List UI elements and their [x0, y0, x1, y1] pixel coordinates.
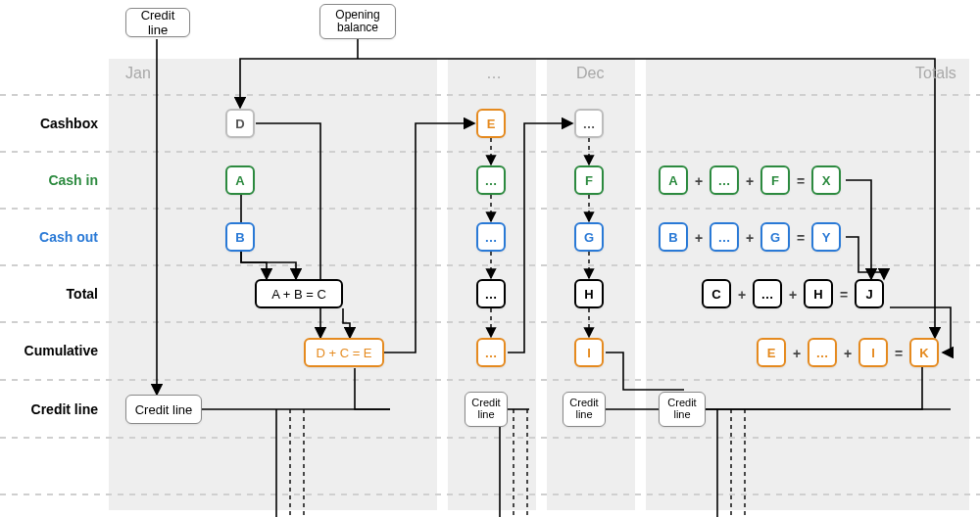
tot-cashout-c: G: [760, 222, 790, 252]
mid-total: …: [476, 279, 506, 308]
jan-credit-line: Credit line: [125, 395, 202, 424]
dec-cumulative: I: [574, 338, 604, 367]
col-label-totals: Totals: [915, 65, 956, 82]
tot-total-r: J: [855, 279, 884, 308]
tot-cashout-r: Y: [811, 222, 841, 252]
totals-credit-line: Credit line: [659, 392, 706, 427]
row-label-cashbox: Cashbox: [0, 116, 98, 131]
dec-cash-in: F: [574, 165, 604, 195]
op-eq: =: [794, 173, 808, 189]
row-label-cash-in: Cash in: [0, 172, 98, 188]
tot-cashin-a: A: [659, 165, 688, 195]
dec-cash-out: G: [574, 222, 604, 252]
jan-cash-in: A: [225, 165, 255, 195]
jan-cash-out: B: [225, 222, 255, 252]
tot-cum-a: E: [757, 338, 786, 367]
col-label-mid: …: [486, 65, 502, 82]
tot-total-a: C: [702, 279, 731, 308]
tot-cum-b: …: [808, 338, 837, 367]
dec-total: H: [574, 279, 604, 308]
tot-cum-c: I: [858, 338, 888, 367]
tot-cashin-r: X: [811, 165, 841, 195]
tot-cashout-a: B: [659, 222, 688, 252]
tot-cashin-b: …: [710, 165, 739, 195]
jan-cumulative: D + C = E: [304, 338, 384, 367]
mid-credit-line: Credit line: [465, 392, 508, 427]
row-label-total: Total: [0, 286, 98, 302]
op-plus: +: [743, 173, 757, 189]
header-opening-balance: Opening balance: [319, 4, 396, 39]
tot-cum-r: K: [909, 338, 939, 367]
tot-cashin-c: F: [760, 165, 790, 195]
col-label-jan: Jan: [125, 65, 151, 82]
op-plus: +: [692, 173, 706, 189]
mid-cash-out: …: [476, 222, 506, 252]
mid-cash-in: …: [476, 165, 506, 195]
row-label-cumulative: Cumulative: [0, 343, 98, 358]
dec-cashbox: …: [574, 109, 604, 138]
jan-cashbox: D: [225, 109, 255, 138]
dec-credit-line: Credit line: [563, 392, 606, 427]
tot-total-b: …: [753, 279, 782, 308]
tot-cashout-b: …: [710, 222, 739, 252]
row-label-credit-line: Credit line: [0, 401, 98, 417]
mid-cumulative: …: [476, 338, 506, 367]
header-credit-line: Credit line: [125, 8, 190, 37]
mid-cashbox: E: [476, 109, 506, 138]
tot-total-c: H: [804, 279, 833, 308]
col-label-dec: Dec: [576, 65, 604, 82]
row-label-cash-out: Cash out: [0, 229, 98, 245]
jan-total: A + B = C: [255, 279, 343, 308]
